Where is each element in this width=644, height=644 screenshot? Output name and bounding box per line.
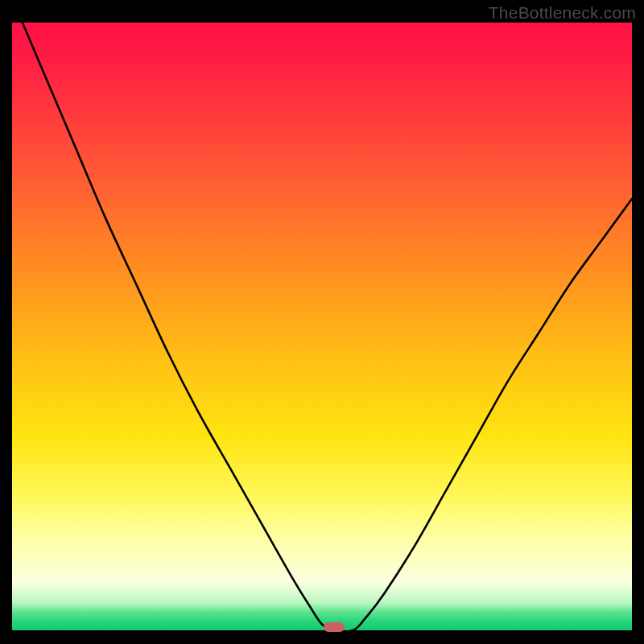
curve-path [12,0,632,631]
chart-frame: TheBottleneck.com [0,0,644,644]
plot-area [12,23,632,630]
optimal-marker [324,622,345,632]
bottleneck-curve [12,23,632,630]
watermark-text: TheBottleneck.com [489,3,636,23]
